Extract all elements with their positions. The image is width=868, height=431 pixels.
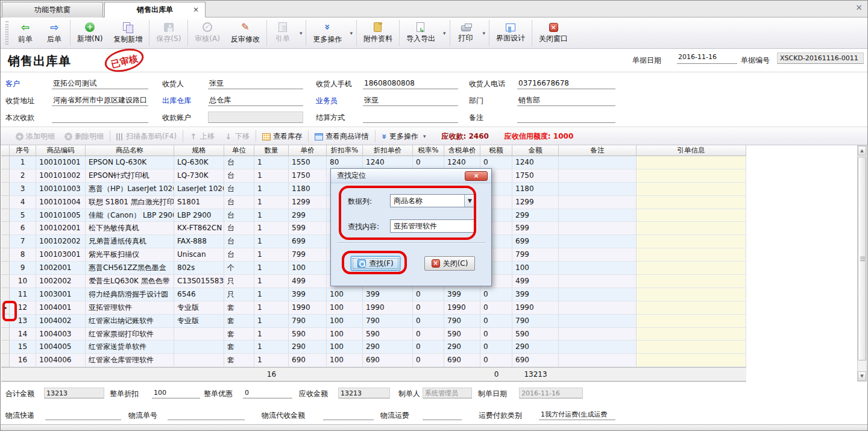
row-marker-cell[interactable] [1,262,10,275]
table-cell[interactable]: 5 [10,209,36,222]
table-cell[interactable]: 红管家票据打印软件 [86,328,174,341]
table-cell[interactable]: 699 [512,235,559,248]
scroll-up-icon[interactable]: ▲ [858,146,866,156]
new-button[interactable]: +新增(N) [72,17,108,48]
column-header[interactable]: 折扣单价 [363,145,413,156]
table-cell[interactable] [559,248,637,262]
table-cell[interactable]: 10 [10,275,36,288]
table-cell[interactable]: 399 [444,288,480,301]
table-cell[interactable] [637,328,746,341]
table-cell[interactable]: 1004001 [36,301,86,315]
column-header[interactable]: 商品名称 [86,145,174,156]
table-cell[interactable]: LBP 2900 [174,209,224,222]
table-cell[interactable] [637,341,746,354]
chevron-down-icon[interactable]: ▾ [441,30,448,36]
table-cell[interactable]: 790 [289,315,327,328]
row-marker-cell[interactable] [1,248,10,262]
table-cell[interactable]: 1240 [444,156,480,169]
table-cell[interactable]: 1 [254,301,289,315]
column-header[interactable]: 商品编码 [36,145,86,156]
column-header[interactable]: 含税单价 [444,145,480,156]
table-cell[interactable]: 690 [512,354,559,367]
view-stock-button[interactable]: 查看库存 [257,131,307,142]
tab-sales-outbound[interactable]: 销售出库单 × [104,2,206,17]
table-cell[interactable]: 1 [254,275,289,288]
prev-doc-button[interactable]: ⇦前单 [11,17,40,48]
table-cell[interactable]: 790 [444,315,480,328]
consignee-phone-field[interactable]: 03716678678 [517,78,615,89]
table-cell[interactable] [559,262,637,275]
row-marker-cell[interactable] [1,235,10,248]
table-cell[interactable]: 1180 [512,183,559,196]
table-cell[interactable]: S1801 [174,196,224,209]
table-cell[interactable] [559,315,637,328]
table-cell[interactable]: 0 [480,341,512,354]
more-actions-button[interactable]: »更多操作▾ [377,131,433,142]
table-cell[interactable]: 100101004 [36,196,86,209]
table-cell[interactable]: 1 [254,328,289,341]
table-cell[interactable]: 1 [254,235,289,248]
dialog-close-icon[interactable]: × [465,171,488,181]
table-cell[interactable]: 1 [254,156,289,169]
table-cell[interactable]: 590 [512,328,559,341]
table-cell[interactable]: 1 [254,288,289,301]
table-row[interactable]: 111003001得力经典防滑握手设计圆6546只139910039903990… [1,288,746,301]
table-cell[interactable] [637,156,746,169]
scroll-down-icon[interactable]: ▼ [858,371,866,381]
table-cell[interactable]: 100101003 [36,183,86,196]
table-cell[interactable]: 399 [363,288,413,301]
table-cell[interactable]: 0 [413,301,444,315]
table-cell[interactable]: 100 [289,262,327,275]
table-cell[interactable] [559,275,637,288]
table-cell[interactable]: 专业版 [174,301,224,315]
row-marker-cell[interactable] [1,196,10,209]
table-cell[interactable]: 399 [512,288,559,301]
data-column-select[interactable]: 商品名称 ▼ [390,194,476,207]
order-reduction-field[interactable]: 0 [243,388,292,398]
table-cell[interactable]: 8 [10,248,36,262]
table-cell[interactable]: 1004006 [36,354,86,367]
table-cell[interactable]: 0 [413,288,444,301]
table-cell[interactable] [559,156,637,169]
row-marker-cell[interactable] [1,275,10,288]
table-cell[interactable]: 0 [480,288,512,301]
find-button[interactable]: 查找(F) [351,256,400,271]
table-cell[interactable] [637,288,746,301]
more-actions-button[interactable]: »更多操作 [307,17,347,48]
table-cell[interactable] [637,196,746,209]
table-cell[interactable]: 1004005 [36,341,86,354]
chevron-down-icon[interactable]: ▾ [480,30,488,36]
table-cell[interactable]: 红管家出纳记账软件 [86,315,174,328]
table-cell[interactable] [637,235,746,248]
consignee-field[interactable]: 张亚 [208,78,303,89]
table-cell[interactable]: 1990 [289,301,327,315]
column-header[interactable]: 引单信息 [637,145,746,156]
column-header[interactable]: 序号 [10,145,36,156]
attachments-button[interactable]: 附件资料 [358,17,398,48]
table-cell[interactable]: 799 [512,248,559,262]
table-cell[interactable]: 1750 [289,169,327,183]
table-cell[interactable]: 3 [10,183,36,196]
table-cell[interactable]: 亚拓管理软件 [86,301,174,315]
table-cell[interactable]: 1240 [512,156,559,169]
table-cell[interactable]: 1 [254,209,289,222]
table-row[interactable]: 141004003红管家票据打印软件套159010059005900590 [1,328,746,341]
table-cell[interactable] [637,354,746,367]
table-cell[interactable] [637,262,746,275]
table-cell[interactable]: 台 [224,156,254,169]
table-cell[interactable]: 套 [224,301,254,315]
table-cell[interactable]: 联想 S1801 黑白激光打印 [86,196,174,209]
table-cell[interactable]: 1 [254,341,289,354]
table-cell[interactable]: 紫光平板扫描仪 [86,248,174,262]
table-cell[interactable]: 1 [254,169,289,183]
table-cell[interactable]: 台 [224,235,254,248]
table-cell[interactable]: 0 [413,341,444,354]
table-cell[interactable]: 0 [413,315,444,328]
row-marker-cell[interactable]: ▶ [1,301,10,315]
table-cell[interactable] [637,169,746,183]
table-cell[interactable]: 1990 [444,301,480,315]
table-cell[interactable]: 1004002 [36,315,86,328]
table-cell[interactable]: 松下热敏传真机 [86,222,174,235]
table-cell[interactable]: 80 [327,156,363,169]
chevron-down-icon[interactable]: ▾ [421,133,429,139]
